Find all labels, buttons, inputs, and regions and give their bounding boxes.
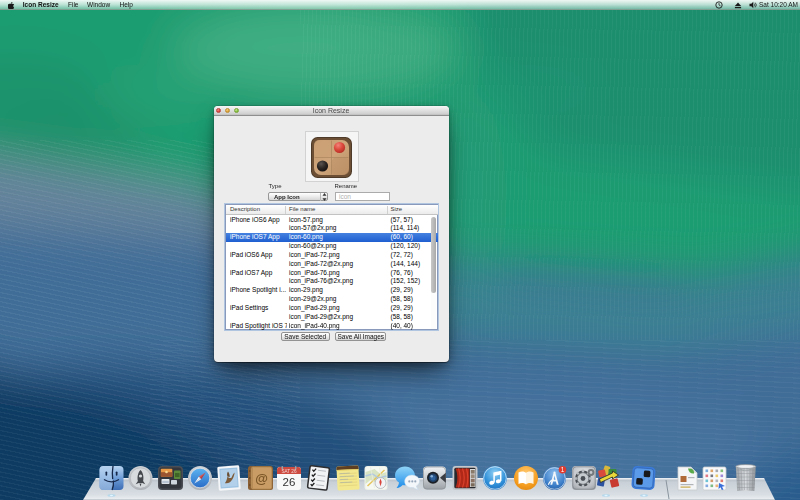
svg-text:@: @ [255,471,268,486]
svg-text:SAT 26: SAT 26 [282,469,297,474]
svg-text:1: 1 [561,466,565,473]
svg-text:26: 26 [283,476,296,488]
